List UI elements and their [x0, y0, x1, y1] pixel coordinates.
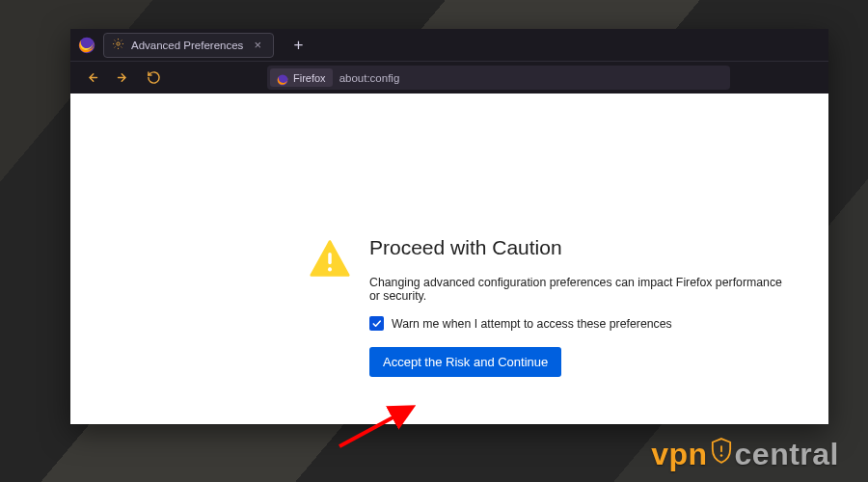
- caution-panel: Proceed with Caution Changing advanced c…: [310, 236, 792, 377]
- forward-button[interactable]: [109, 65, 136, 92]
- firefox-logo-icon: [277, 72, 288, 84]
- tab-strip: Advanced Preferences × +: [70, 29, 828, 61]
- warn-checkbox-row[interactable]: Warn me when I attempt to access these p…: [369, 316, 792, 331]
- svg-point-1: [117, 41, 120, 44]
- reload-button[interactable]: [140, 65, 167, 92]
- svg-rect-7: [720, 445, 722, 451]
- svg-point-4: [328, 267, 332, 271]
- caution-body-text: Changing advanced configuration preferen…: [369, 276, 792, 303]
- svg-rect-3: [328, 253, 332, 264]
- url-bar[interactable]: Firefox about:config: [267, 66, 730, 90]
- warning-icon: [310, 238, 348, 377]
- tab-title: Advanced Preferences: [131, 40, 243, 51]
- accept-risk-button[interactable]: Accept the Risk and Continue: [369, 347, 561, 377]
- back-button[interactable]: [78, 65, 105, 92]
- nav-toolbar: Firefox about:config: [70, 61, 828, 94]
- browser-tab[interactable]: Advanced Preferences ×: [103, 33, 274, 58]
- svg-point-8: [719, 454, 722, 457]
- identity-badge[interactable]: Firefox: [270, 68, 333, 87]
- browser-window: Advanced Preferences × + Firefox about:c…: [70, 29, 828, 424]
- page-title: Proceed with Caution: [369, 236, 792, 259]
- new-tab-button[interactable]: +: [287, 36, 309, 55]
- gear-icon: [112, 37, 124, 54]
- checkbox-checked-icon[interactable]: [369, 316, 384, 331]
- page-viewport: Proceed with Caution Changing advanced c…: [70, 94, 828, 424]
- url-text: about:config: [333, 72, 400, 84]
- watermark-vpn: vpn: [651, 437, 707, 472]
- close-icon[interactable]: ×: [250, 38, 265, 53]
- watermark-central: central: [735, 437, 839, 472]
- checkbox-label: Warn me when I attempt to access these p…: [392, 317, 672, 331]
- shield-icon: [711, 436, 732, 465]
- identity-badge-label: Firefox: [293, 72, 326, 84]
- watermark: vpn central: [651, 436, 839, 472]
- firefox-logo-icon: [78, 37, 95, 54]
